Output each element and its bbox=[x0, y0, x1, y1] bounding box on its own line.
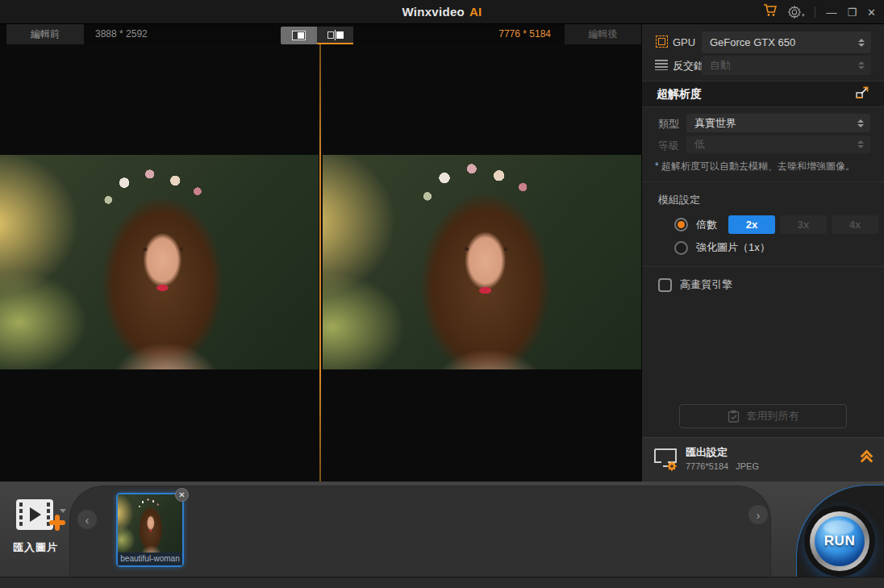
preview-before-image bbox=[0, 155, 319, 369]
gpu-select[interactable]: GeForce GTX 650 bbox=[702, 31, 871, 53]
compare-divider[interactable] bbox=[319, 44, 321, 482]
thumbnail-filename: beautiful-woman bbox=[118, 553, 182, 565]
hq-engine-checkbox[interactable] bbox=[658, 278, 672, 292]
export-format: JPEG bbox=[736, 461, 759, 471]
deinterlace-select-value: 自動 bbox=[710, 58, 731, 73]
level-label: 等級 bbox=[658, 139, 679, 153]
hq-engine-row: 高畫質引擎 bbox=[658, 277, 732, 292]
run-button-sphere: RUN bbox=[815, 516, 865, 566]
preview-after-image bbox=[323, 155, 641, 369]
cart-icon[interactable] bbox=[763, 4, 778, 20]
compare-toolbar: 編輯前 3888 * 2592 7776 * 5184 編輯後 bbox=[0, 24, 641, 44]
apply-to-all-label: 套用到所有 bbox=[747, 409, 799, 423]
scroll-left-button[interactable]: ‹ bbox=[77, 510, 97, 529]
level-select-value: 低 bbox=[694, 137, 705, 152]
media-tray-bar: 匯入圖片 ‹ › beautiful-woman ✕ bbox=[0, 482, 884, 577]
after-resolution: 7776 * 5184 bbox=[498, 24, 551, 44]
preview-area bbox=[0, 44, 641, 482]
module-settings-title: 模組設定 bbox=[658, 193, 700, 207]
settings-gear-icon[interactable]: ▾ bbox=[788, 6, 805, 19]
export-resolution: 7776*5184 bbox=[686, 461, 728, 471]
export-settings-bar[interactable]: 匯出設定 7776*5184JPEG bbox=[642, 437, 884, 482]
settings-panel: GPU GeForce GTX 650 反交錯 自動 超解析度 類型 真實世界 … bbox=[641, 24, 884, 482]
close-button[interactable]: ✕ bbox=[867, 7, 876, 18]
hq-engine-label: 高畫質引擎 bbox=[680, 277, 732, 292]
media-thumbnail[interactable]: beautiful-woman ✕ bbox=[116, 493, 184, 567]
import-image-icon bbox=[13, 498, 66, 535]
export-settings-summary: 7776*5184JPEG bbox=[686, 461, 759, 471]
gear-dropdown-caret: ▾ bbox=[802, 12, 805, 19]
view-mode-toggle bbox=[281, 27, 353, 44]
gpu-select-value: GeForce GTX 650 bbox=[710, 36, 795, 48]
type-select-value: 真實世界 bbox=[694, 116, 736, 131]
type-label: 類型 bbox=[658, 117, 679, 131]
status-bar bbox=[0, 577, 884, 588]
note-asterisk: * bbox=[655, 161, 659, 172]
maximize-button[interactable]: ❐ bbox=[847, 7, 857, 18]
type-select[interactable]: 真實世界 bbox=[686, 114, 870, 132]
multiplier-radio[interactable] bbox=[674, 218, 688, 231]
thumbnail-image bbox=[118, 494, 182, 553]
tab-after-edit[interactable]: 編輯後 bbox=[565, 24, 641, 44]
import-image-button[interactable]: 匯入圖片 bbox=[13, 498, 74, 555]
tab-before-edit[interactable]: 編輯前 bbox=[6, 24, 84, 44]
updown-chevron-icon bbox=[858, 61, 865, 69]
close-icon: ✕ bbox=[178, 491, 185, 499]
super-resolution-title: 超解析度 bbox=[657, 87, 702, 102]
scroll-right-button[interactable]: › bbox=[748, 505, 768, 524]
deinterlace-select[interactable]: 自動 bbox=[702, 56, 871, 75]
super-resolution-note: * 超解析度可以自動去模糊、去噪和增強圖像。 bbox=[655, 160, 879, 173]
app-name-ai: AI bbox=[469, 5, 482, 19]
separator bbox=[642, 181, 884, 182]
deinterlace-icon bbox=[655, 60, 668, 70]
multiplier-radio-row: 倍數 2x 3x 4x bbox=[674, 215, 878, 234]
scale-options: 2x 3x 4x bbox=[728, 215, 878, 234]
import-image-label: 匯入圖片 bbox=[13, 540, 74, 555]
updown-chevron-icon bbox=[857, 119, 864, 127]
app-title: WinxvideoAI bbox=[0, 0, 884, 24]
run-button[interactable]: RUN bbox=[804, 506, 875, 577]
separator bbox=[642, 266, 884, 267]
scale-2x-button[interactable]: 2x bbox=[728, 215, 775, 234]
run-button-ring: RUN bbox=[810, 511, 869, 571]
scale-3x-button[interactable]: 3x bbox=[780, 215, 827, 234]
super-resolution-header: 超解析度 bbox=[642, 81, 884, 107]
app-name: Winxvideo bbox=[402, 5, 465, 19]
export-settings-icon bbox=[652, 447, 681, 473]
enhance-label: 強化圖片（1x） bbox=[696, 240, 770, 255]
gpu-chip-icon bbox=[656, 35, 668, 48]
run-button-label: RUN bbox=[824, 533, 855, 549]
apply-to-all-button[interactable]: 套用到所有 bbox=[679, 404, 847, 428]
enhance-radio-row: 強化圖片（1x） bbox=[674, 240, 770, 255]
split-view-button[interactable] bbox=[317, 27, 353, 44]
single-view-button[interactable] bbox=[281, 27, 317, 44]
expand-icon[interactable] bbox=[856, 85, 869, 102]
collapse-chevrons-icon[interactable] bbox=[862, 452, 871, 465]
multiplier-label: 倍數 bbox=[696, 218, 717, 232]
enhance-radio[interactable] bbox=[674, 241, 688, 255]
single-view-icon bbox=[292, 31, 306, 40]
level-select[interactable]: 低 bbox=[686, 136, 870, 153]
updown-chevron-icon bbox=[858, 39, 865, 47]
note-text: 超解析度可以自動去模糊、去噪和增強圖像。 bbox=[661, 161, 855, 172]
chevron-left-icon: ‹ bbox=[85, 514, 90, 526]
deinterlace-label: 反交錯 bbox=[673, 59, 704, 73]
updown-chevron-icon bbox=[857, 140, 864, 148]
gpu-label: GPU bbox=[673, 36, 695, 48]
titlebar: WinxvideoAI ▾ — ❐ ✕ bbox=[0, 0, 884, 24]
minimize-button[interactable]: — bbox=[826, 7, 836, 18]
split-view-icon bbox=[327, 30, 344, 40]
scale-4x-button[interactable]: 4x bbox=[832, 215, 878, 234]
chevron-right-icon: › bbox=[757, 509, 761, 521]
thumbnail-close-button[interactable]: ✕ bbox=[175, 488, 189, 502]
titlebar-divider bbox=[815, 6, 815, 18]
export-settings-title: 匯出設定 bbox=[686, 445, 728, 460]
clipboard-icon bbox=[728, 410, 740, 423]
before-resolution: 3888 * 2592 bbox=[95, 24, 148, 44]
